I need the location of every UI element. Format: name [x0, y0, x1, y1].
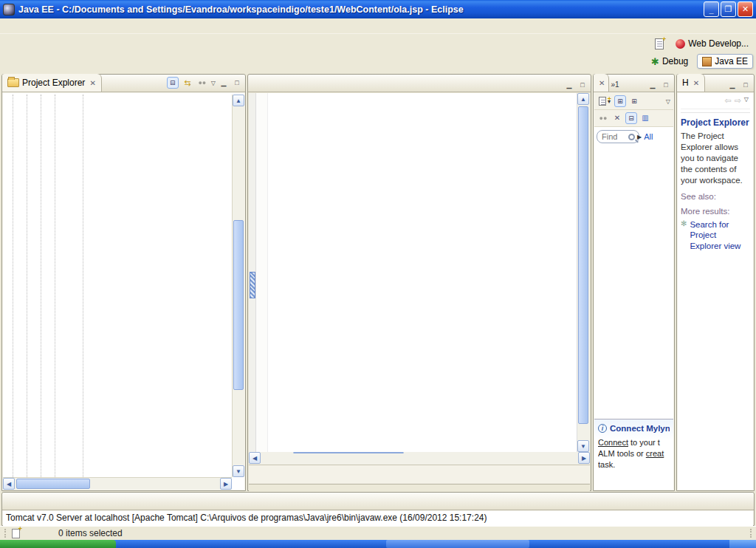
view-menu-icon[interactable]: ▽ — [666, 98, 670, 105]
new-task-icon[interactable]: +▾ — [597, 95, 612, 107]
debug-perspective-icon: ✱ — [651, 56, 659, 67]
mylyn-create-link[interactable]: creat — [646, 449, 664, 458]
link-with-editor-icon[interactable]: ⇆ — [182, 77, 193, 89]
window-title: Java EE - C:/Documents and Settings/Evan… — [18, 4, 704, 15]
status-bar: 0 items selected — [0, 526, 756, 540]
help-back-icon[interactable]: ⇦ — [724, 96, 731, 106]
minimize-window-button[interactable]: _ — [704, 1, 719, 17]
focus-on-workweek-icon[interactable]: ●● — [597, 112, 609, 124]
maximize-editor-icon[interactable]: □ — [577, 81, 588, 89]
editor-vertical-scrollbar[interactable]: ▲ ▼ — [577, 93, 590, 452]
help-heading: Project Explorer — [681, 117, 750, 128]
start-button-edge[interactable] — [0, 540, 116, 548]
tree-vertical-scrollbar[interactable]: ▲ ▼ — [232, 95, 244, 477]
scroll-down-icon[interactable]: ▼ — [577, 440, 589, 452]
collapse-all-icon[interactable]: ⊟ — [625, 112, 637, 124]
minimize-view-icon[interactable]: ▁ — [727, 81, 738, 89]
expand-filter-icon[interactable]: ▶ — [637, 134, 642, 140]
annotation-ruler[interactable] — [249, 93, 256, 452]
new-wizard-icon[interactable] — [12, 529, 20, 538]
maximize-view-icon[interactable]: □ — [661, 81, 671, 89]
task-list-tab[interactable]: ✕ — [594, 74, 609, 92]
search-icon: ✻ — [681, 219, 687, 251]
minimize-editor-icon[interactable]: ▁ — [564, 81, 574, 89]
scroll-right-icon[interactable]: ▶ — [578, 452, 590, 464]
taskbar-app-button[interactable] — [386, 540, 529, 548]
close-view-icon[interactable]: ✕ — [599, 79, 605, 87]
project-explorer-icon — [7, 78, 19, 87]
focus-on-active-task-icon[interactable]: ●● — [196, 77, 208, 89]
close-view-icon[interactable]: ✕ — [693, 79, 699, 87]
collapse-all-icon[interactable]: ⊟ — [167, 77, 179, 89]
scroll-up-icon[interactable]: ▲ — [233, 95, 244, 106]
system-tray-edge — [729, 540, 756, 548]
perspective-debug[interactable]: ✱ Debug — [647, 55, 693, 69]
hide-completed-icon[interactable]: ✕ — [611, 112, 623, 124]
mylyn-connect-link[interactable]: Connect — [598, 438, 628, 447]
perspective-bar: + Web Develop... ✱ Debug Java EE — [616, 35, 753, 69]
scroll-left-icon[interactable]: ◀ — [249, 452, 261, 464]
window-titlebar: Java EE - C:/Documents and Settings/Evan… — [0, 0, 756, 18]
eclipse-app-icon — [3, 4, 15, 16]
view-menu-icon[interactable]: ▽ — [744, 96, 749, 106]
help-panel: H ✕ ▁ □ ⇦ ⇨ ▽ Project Explorer The Proje… — [676, 74, 755, 491]
see-also-label: See also: — [681, 192, 750, 201]
search-icon — [628, 134, 635, 140]
project-explorer-tab[interactable]: Project Explorer ✕ — [2, 74, 102, 92]
connect-mylyn-box: iConnect Mylyn Connect to your t ALM too… — [594, 419, 673, 490]
java-ee-perspective-icon — [702, 57, 712, 66]
breadcrumb — [249, 465, 590, 484]
restore-window-button[interactable]: ❐ — [721, 1, 736, 17]
editor-horizontal-scrollbar[interactable]: ◀ ▶ — [249, 452, 590, 465]
categorized-view-icon[interactable]: ⊞ — [614, 95, 626, 107]
maximize-view-icon[interactable]: □ — [232, 79, 242, 86]
scroll-left-icon[interactable]: ◀ — [3, 478, 15, 490]
close-view-icon[interactable]: ✕ — [89, 79, 95, 87]
task-repositories-icon[interactable]: ▥ — [639, 112, 651, 124]
open-perspective-icon[interactable]: + — [652, 35, 667, 52]
menubar — [0, 18, 756, 34]
info-icon: i — [598, 424, 607, 433]
minimize-view-icon[interactable]: ▁ — [219, 79, 229, 86]
more-results-label: More results: — [681, 207, 750, 216]
task-list-panel: ✕ »1 ▁ □ +▾ ⊞ ⊞ ▽ ●● ✕ ⊟ ▥ ▶ All iConnec… — [593, 74, 675, 491]
scheduled-view-icon[interactable]: ⊞ — [628, 95, 640, 107]
console-panel: Tomcat v7.0 Server at localhost [Apache … — [1, 492, 755, 526]
code-editor[interactable]: ▲ ▼ — [249, 93, 590, 452]
folding-ruler[interactable] — [256, 93, 268, 452]
minimize-view-icon[interactable]: ▁ — [647, 81, 658, 89]
perspective-java-ee[interactable]: Java EE — [697, 54, 753, 69]
help-body-text: The Project Explorer allows you to navig… — [681, 131, 750, 186]
tree-horizontal-scrollbar[interactable]: ◀ ▶ — [3, 477, 232, 490]
close-window-button[interactable]: ✕ — [738, 1, 753, 17]
project-tree — [3, 95, 232, 477]
tab-overflow-chevron[interactable]: »1 — [609, 81, 620, 92]
project-explorer-panel: Project Explorer ✕ ⊟ ⇆ ●● ▽ ▁ □ ▲ ▼ ◀ ▶ — [1, 74, 246, 491]
help-forward-icon[interactable]: ⇨ — [735, 96, 741, 106]
console-title-text: Tomcat v7.0 Server at localhost [Apache … — [3, 511, 753, 526]
range-indicator — [250, 272, 255, 298]
maximize-view-icon[interactable]: □ — [740, 81, 751, 89]
scroll-right-icon[interactable]: ▶ — [220, 478, 232, 490]
view-menu-icon[interactable]: ▽ — [211, 80, 216, 86]
scroll-up-icon[interactable]: ▲ — [577, 93, 589, 105]
web-perspective-icon — [676, 39, 685, 49]
help-search-link[interactable]: ✻ Search for Project Explorer view — [681, 219, 750, 251]
selection-status-text: 0 items selected — [58, 528, 123, 538]
filter-all-link[interactable]: All — [644, 132, 653, 141]
windows-taskbar[interactable] — [0, 540, 756, 548]
help-tab[interactable]: H ✕ — [677, 74, 705, 92]
scroll-down-icon[interactable]: ▼ — [233, 465, 244, 477]
perspective-web-development[interactable]: Web Develop... — [671, 37, 753, 50]
editor-panel: ▁ □ ▲ ▼ ◀ ▶ — [247, 74, 591, 491]
